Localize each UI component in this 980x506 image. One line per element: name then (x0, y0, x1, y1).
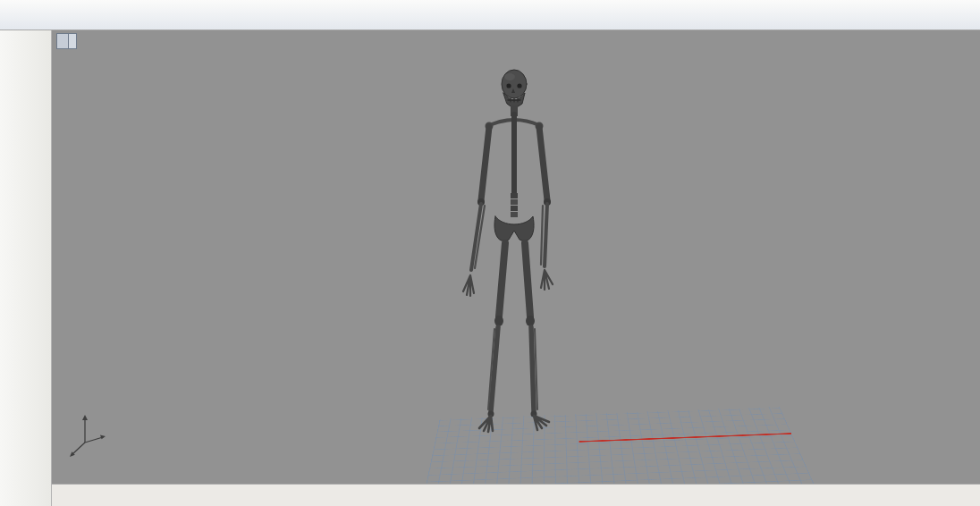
viewport-title-label[interactable] (57, 34, 68, 48)
top-toolbar (0, 0, 980, 30)
viewport-canvas[interactable] (52, 30, 980, 484)
skeleton-model[interactable] (463, 70, 553, 432)
viewport-title[interactable] (56, 33, 77, 49)
skull-eye-left (506, 83, 511, 88)
skull-eye-right (517, 83, 521, 88)
viewport-menu-arrow-icon[interactable] (68, 34, 76, 48)
axis-gizmo (61, 411, 114, 467)
left-toolbar (0, 30, 52, 506)
viewport-tabbar (52, 484, 980, 506)
